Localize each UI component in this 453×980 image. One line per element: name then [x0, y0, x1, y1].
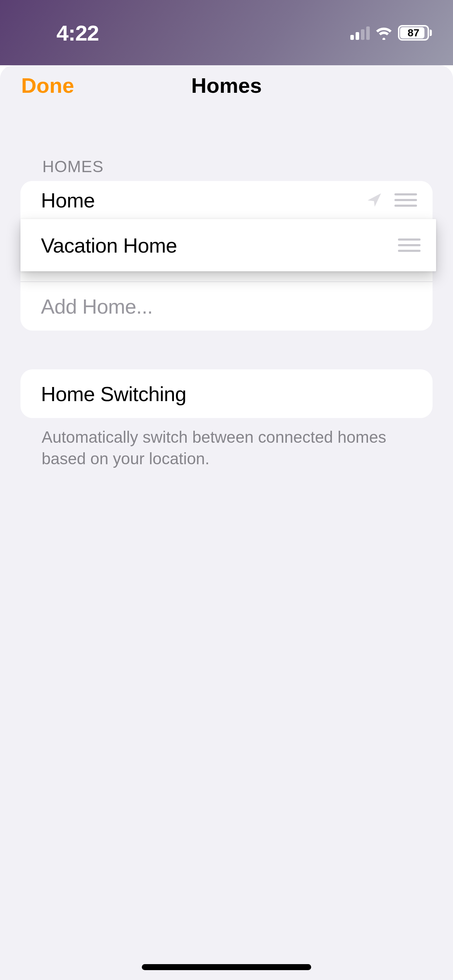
- home-switching-row[interactable]: Home Switching: [21, 369, 432, 418]
- add-home-label: Add Home...: [41, 294, 153, 318]
- battery-percent: 87: [407, 27, 419, 39]
- status-bar-background: 4:22 87: [0, 0, 453, 65]
- location-arrow-icon: [366, 192, 382, 208]
- reorder-handle-icon[interactable]: [397, 236, 422, 254]
- home-switching-label: Home Switching: [41, 382, 186, 406]
- home-row-label: Vacation Home: [41, 234, 397, 257]
- homes-list: Home Vacation Home: [21, 181, 432, 257]
- done-button[interactable]: Done: [21, 73, 74, 98]
- wifi-icon: [375, 26, 393, 40]
- status-bar: 4:22 87: [0, 13, 453, 52]
- homes-section-header: HOMES: [42, 157, 453, 176]
- home-row[interactable]: Home: [21, 181, 432, 219]
- home-switching-footer: Automatically switch between connected h…: [41, 426, 412, 469]
- home-switching-group: Home Switching: [21, 369, 432, 418]
- battery-indicator: 87: [398, 25, 432, 41]
- home-indicator[interactable]: [142, 964, 311, 970]
- modal-sheet: Done Homes HOMES Home Vacation Home: [0, 65, 453, 980]
- home-row-dragging-slot: Vacation Home: [21, 219, 432, 257]
- status-indicators: 87: [350, 25, 432, 41]
- cellular-signal-icon: [350, 26, 370, 40]
- add-home-row[interactable]: Add Home...: [21, 282, 432, 331]
- status-time: 4:22: [56, 21, 99, 46]
- home-row-dragging[interactable]: Vacation Home: [21, 219, 436, 271]
- navigation-bar: Done Homes: [0, 65, 453, 106]
- add-home-group: Add Home...: [21, 282, 432, 331]
- reorder-handle-icon[interactable]: [393, 191, 418, 209]
- home-row-label: Home: [41, 188, 366, 212]
